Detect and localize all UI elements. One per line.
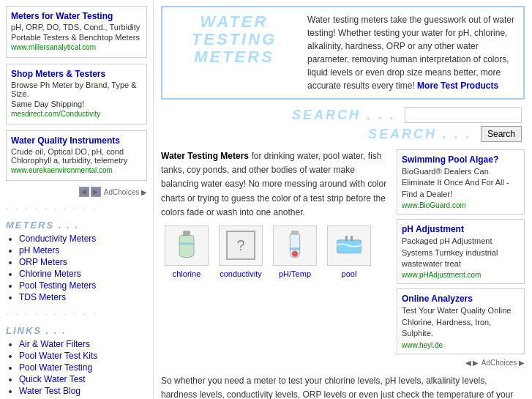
meters-list: Conductivity Meters pH Meters ORP Meters…	[6, 234, 147, 302]
sidebar-ad-2-line1: Browse Ph Meter by Brand, Type & Size.	[11, 81, 142, 98]
pool-label[interactable]: pool	[342, 269, 357, 278]
search-label2: SEARCH . . .	[368, 127, 472, 142]
right-prev-arrow[interactable]: ◀	[465, 359, 471, 367]
main-bold-text: Water Testing Meters	[161, 151, 249, 161]
chlorine-icon-box	[165, 225, 209, 266]
sidebar-link-pool[interactable]: Pool Testing Meters	[19, 280, 96, 291]
search-label1: SEARCH . . .	[292, 108, 396, 123]
list-item: Pool Water Testing	[19, 362, 147, 373]
list-item: TDS Meters	[19, 292, 147, 302]
right-ad-3: Online Analyzers Test Your Water Quality…	[397, 288, 525, 354]
sidebar-link-pool-kits[interactable]: Pool Water Test Kits	[19, 351, 97, 361]
links-section-title: LINKS . . .	[6, 325, 147, 336]
meters-section-title: METERS . . .	[6, 220, 147, 231]
left-sidebar: Meters for Water Testing pH, ORP, DO, TD…	[0, 0, 154, 399]
sidebar-ad-1: Meters for Water Testing pH, ORP, DO, TD…	[6, 6, 147, 58]
conductivity-icon-box: ?	[219, 225, 263, 266]
right-ad-1-url: www.BioGuard.com	[402, 201, 520, 209]
svg-rect-6	[345, 236, 348, 241]
right-adchoices: AdChoices ▶	[482, 359, 525, 367]
sidebar-link-quick-test[interactable]: Quick Water Test	[19, 374, 86, 384]
sidebar-link-tds[interactable]: TDS Meters	[19, 292, 66, 302]
sidebar-ad-2: Shop Meters & Testers Browse Ph Meter by…	[6, 64, 147, 124]
right-ad-2-text: Packaged pH Adjustment Systems Turnkey i…	[402, 236, 520, 269]
product-ph-temp: pH/Temp	[269, 225, 321, 281]
right-nav-arrows[interactable]: ◀ ▶	[465, 359, 479, 367]
main-content: WATER TESTING METERS Water testing meter…	[154, 0, 532, 399]
chlorine-label[interactable]: chlorine	[173, 269, 201, 278]
main-section: Water Testing Meters for drinking water,…	[161, 149, 525, 367]
sidebar-link-chlorine[interactable]: Chlorine Meters	[19, 269, 81, 279]
list-item: ORP Meters	[19, 257, 147, 267]
sidebar-link-ph[interactable]: pH Meters	[19, 245, 59, 256]
sidebar-link-conductivity[interactable]: Conductivity Meters	[19, 234, 96, 244]
top-banner: WATER TESTING METERS Water testing meter…	[161, 6, 525, 100]
conductivity-label[interactable]: conductivity	[220, 269, 261, 278]
pool-icon-box	[327, 225, 371, 266]
sidebar-link-orp[interactable]: ORP Meters	[19, 257, 67, 267]
search-area: SEARCH . . .	[161, 107, 525, 123]
sidebar-ad-2-line2: Same Day Shipping!	[11, 100, 142, 108]
main-text-left: Water Testing Meters for drinking water,…	[161, 149, 389, 367]
search-area-2: SEARCH . . . Search	[161, 126, 525, 142]
links-separator: · · · · · · · · · ·	[6, 308, 147, 319]
sidebar-ad-3-line1: Crude oil, Optical DO, pH, cond Chloroph…	[11, 147, 142, 165]
right-ad-3-title[interactable]: Online Analyzers	[402, 294, 473, 304]
meters-separator: · · · · · · · · · ·	[6, 203, 147, 214]
sidebar-ad-1-line2: Portable Testers & Benchtop Meters	[11, 33, 142, 42]
sidebar-link-filters[interactable]: Air & Water Filters	[19, 339, 90, 349]
svg-rect-3	[290, 248, 299, 250]
sidebar-link-test-blog[interactable]: Water Test Blog	[19, 386, 80, 396]
list-item: pH Meters	[19, 245, 147, 256]
sidebar-ad-1-url: www.millersanalytical.com	[11, 43, 142, 51]
ph-temp-icon-box	[273, 225, 317, 266]
list-item: Air & Water Filters	[19, 339, 147, 349]
right-ad-1: Swimming Pool Algae? BioGuard® Dealers C…	[397, 149, 525, 215]
right-ad-2-title[interactable]: pH Adjustment	[402, 224, 464, 234]
svg-rect-2	[291, 231, 299, 234]
right-next-arrow[interactable]: ▶	[473, 359, 479, 367]
product-icons: chlorine ? conductivity	[161, 225, 389, 281]
sidebar-ad-1-title[interactable]: Meters for Water Testing	[11, 11, 113, 21]
search-button[interactable]: Search	[481, 126, 522, 142]
sidebar-ad-2-url: mesdirect.com/Conductivity	[11, 110, 142, 118]
sidebar-link-pool-testing[interactable]: Pool Water Testing	[19, 362, 92, 373]
list-item: Chlorine Meters	[19, 269, 147, 279]
sidebar-prev-arrow[interactable]: ◀	[79, 187, 89, 197]
svg-point-4	[292, 251, 298, 257]
svg-rect-1	[179, 243, 194, 245]
right-ad-2: pH Adjustment Packaged pH Adjustment Sys…	[397, 219, 525, 284]
sidebar-ad-3: Water Quality Instruments Crude oil, Opt…	[6, 130, 147, 181]
sidebar-ad-2-title[interactable]: Shop Meters & Testers	[11, 69, 105, 79]
banner-text: Water testing meters take the guesswork …	[307, 13, 517, 92]
links-list: Air & Water Filters Pool Water Test Kits…	[6, 339, 147, 399]
right-ad-1-text: BioGuard® Dealers Can Eliminate It Once …	[402, 166, 520, 200]
second-text: So whether you need a meter to test your…	[161, 374, 525, 399]
product-pool: pool	[323, 225, 375, 281]
banner-link[interactable]: More Test Products	[417, 81, 498, 91]
product-conductivity: ? conductivity	[215, 225, 266, 281]
sidebar-ad-footer: ◀ ▶ AdChoices ▶	[6, 187, 147, 197]
banner-title: WATER TESTING METERS	[168, 13, 300, 67]
list-item: Conductivity Meters	[19, 234, 147, 244]
svg-rect-7	[351, 236, 353, 241]
list-item: Quick Water Test	[19, 374, 147, 384]
search-input[interactable]	[405, 107, 522, 123]
ph-temp-label[interactable]: pH/Temp	[279, 269, 311, 278]
list-item: Water Test Blog	[19, 386, 147, 396]
right-ad-footer: ◀ ▶ AdChoices ▶	[397, 359, 525, 367]
sidebar-ad-1-line1: pH, ORP, DO, TDS, Cond., Turbidity	[11, 23, 142, 31]
sidebar-ad-3-title[interactable]: Water Quality Instruments	[11, 135, 120, 146]
svg-rect-0	[183, 231, 190, 236]
list-item: Pool Testing Meters	[19, 280, 147, 291]
sidebar-adchoices: AdChoices ▶	[104, 188, 147, 196]
right-ad-1-title[interactable]: Swimming Pool Algae?	[402, 154, 498, 165]
right-ad-3-text: Test Your Water Quality Online Chlorine,…	[402, 305, 520, 339]
product-chlorine: chlorine	[161, 225, 212, 281]
main-paragraph: Water Testing Meters for drinking water,…	[161, 149, 389, 220]
sidebar-nav-arrows[interactable]: ◀ ▶	[79, 187, 101, 197]
right-ad-2-url: www.pHAdjustment.com	[402, 271, 520, 279]
sidebar-next-arrow[interactable]: ▶	[91, 187, 101, 197]
sidebar-ad-3-url: www.eurekaenvironmental.com	[11, 166, 142, 174]
right-ads-column: Swimming Pool Algae? BioGuard® Dealers C…	[397, 149, 525, 367]
